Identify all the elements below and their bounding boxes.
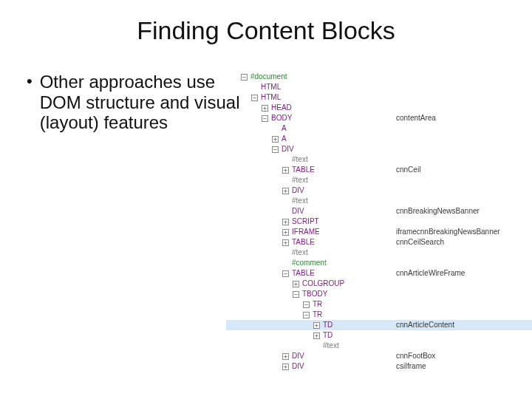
expand-icon[interactable]: +	[272, 136, 279, 143]
node-annotation: cnnCeilSearch	[396, 237, 444, 248]
tree-node[interactable]: −TBODY	[241, 289, 532, 299]
expand-icon[interactable]: +	[282, 353, 289, 360]
tree-node[interactable]: −TR	[241, 310, 532, 320]
tree-node[interactable]: HTML	[241, 82, 532, 92]
node-annotation: cnnArticleContent	[396, 320, 454, 330]
toggle-spacer	[251, 84, 258, 91]
tree-node[interactable]: +TD	[241, 330, 532, 341]
expand-icon[interactable]: +	[282, 167, 289, 174]
tree-node[interactable]: +TABLE	[241, 237, 532, 248]
node-label: A	[282, 123, 287, 134]
tree-node[interactable]: #text	[241, 175, 532, 185]
tree-node[interactable]: #text	[241, 196, 532, 206]
node-label: #text	[292, 196, 308, 206]
collapse-icon[interactable]: −	[303, 301, 310, 308]
node-annotation: cnnCeil	[396, 165, 420, 175]
toggle-spacer	[282, 177, 289, 184]
tree-node[interactable]: −BODY	[241, 113, 532, 123]
node-annotation: contentArea	[396, 113, 436, 123]
tree-node[interactable]: #text	[241, 248, 532, 258]
dom-tree-panel: −#documentHTML−HTML+HEADcontentArea−BODY…	[241, 72, 532, 372]
node-label: IFRAME	[292, 227, 320, 237]
tree-node[interactable]: −#document	[241, 72, 532, 82]
node-annotation: cnnArticleWireFrame	[396, 268, 465, 279]
tree-node[interactable]: +SCRIPT	[241, 216, 532, 227]
collapse-icon[interactable]: −	[303, 312, 310, 318]
node-label: SCRIPT	[292, 216, 319, 227]
node-annotation: cnnFootBox	[396, 351, 435, 361]
bullet-dot: •	[27, 72, 40, 372]
expand-icon[interactable]: +	[282, 364, 289, 370]
node-label: DIV	[292, 361, 304, 372]
node-label: TBODY	[302, 289, 327, 299]
tree-node[interactable]: −TR	[241, 299, 532, 310]
bullet-text: Other approaches use DOM structure and v…	[40, 72, 241, 372]
expand-icon[interactable]: +	[293, 281, 299, 287]
collapse-icon[interactable]: −	[282, 270, 289, 277]
collapse-icon[interactable]: −	[241, 74, 248, 81]
tree-node[interactable]: +A	[241, 134, 532, 144]
tree-node[interactable]: +COLGROUP	[241, 279, 532, 289]
expand-icon[interactable]: +	[262, 105, 268, 112]
toggle-spacer	[282, 208, 289, 215]
expand-icon[interactable]: +	[313, 332, 320, 339]
node-label: DIV	[292, 185, 304, 196]
node-label: BODY	[271, 113, 292, 123]
tree-node[interactable]: +TABLE	[241, 165, 532, 175]
tree-node[interactable]: −HTML	[241, 92, 532, 103]
node-label: #text	[292, 248, 308, 258]
tree-node[interactable]: #text	[241, 341, 532, 351]
tree-node[interactable]: +DIV	[241, 185, 532, 196]
collapse-icon[interactable]: −	[293, 291, 299, 298]
tree-node[interactable]: DIV	[241, 206, 532, 216]
tree-node[interactable]: #comment	[241, 258, 532, 268]
expand-icon[interactable]: +	[282, 229, 289, 236]
node-label: HTML	[261, 92, 281, 103]
node-label: DIV	[292, 351, 304, 361]
toggle-spacer	[282, 157, 289, 163]
node-label: #text	[323, 341, 339, 351]
expand-icon[interactable]: +	[282, 188, 289, 194]
node-label: #text	[292, 154, 308, 165]
expand-icon[interactable]: +	[313, 322, 320, 329]
tree-node[interactable]: #text	[241, 154, 532, 165]
tree-node[interactable]: +DIV	[241, 351, 532, 361]
node-label: TABLE	[292, 268, 315, 279]
collapse-icon[interactable]: −	[272, 146, 279, 153]
node-annotation: csiIframe	[396, 361, 426, 372]
node-label: COLGROUP	[302, 279, 344, 289]
tree-node[interactable]: A	[241, 123, 532, 134]
collapse-icon[interactable]: −	[262, 115, 268, 122]
node-label: HEAD	[271, 103, 292, 113]
bullet-item: • Other approaches use DOM structure and…	[27, 72, 241, 372]
node-label: DIV	[282, 144, 294, 154]
collapse-icon[interactable]: −	[251, 95, 258, 101]
node-annotation: iframecnnBreakingNewsBanner	[396, 227, 500, 237]
node-label: TR	[313, 299, 322, 310]
tree-node[interactable]: −DIV	[241, 144, 532, 154]
toggle-spacer	[282, 198, 289, 205]
tree-node[interactable]: +DIV	[241, 361, 532, 372]
node-label: DIV	[292, 206, 304, 216]
node-label: TABLE	[292, 165, 315, 175]
tree-node[interactable]: −TABLE	[241, 268, 532, 279]
node-label: #text	[292, 175, 308, 185]
node-label: TR	[313, 310, 322, 320]
toggle-spacer	[272, 126, 279, 132]
node-label: A	[282, 134, 287, 144]
node-label: TD	[323, 320, 332, 330]
tree-node[interactable]: +TD	[241, 320, 532, 330]
node-annotation: cnnBreakingNewsBanner	[396, 206, 480, 216]
expand-icon[interactable]: +	[282, 239, 289, 246]
node-label: TD	[323, 330, 332, 341]
slide-content: • Other approaches use DOM structure and…	[0, 52, 532, 372]
node-label: #document	[250, 72, 287, 82]
toggle-spacer	[313, 343, 320, 349]
slide-title: Finding Content Blocks	[0, 0, 532, 52]
toggle-spacer	[282, 260, 289, 267]
node-label: #comment	[292, 258, 327, 268]
expand-icon[interactable]: +	[282, 219, 289, 225]
toggle-spacer	[282, 250, 289, 256]
node-label: HTML	[261, 82, 281, 92]
tree-node[interactable]: +HEAD	[241, 103, 532, 113]
